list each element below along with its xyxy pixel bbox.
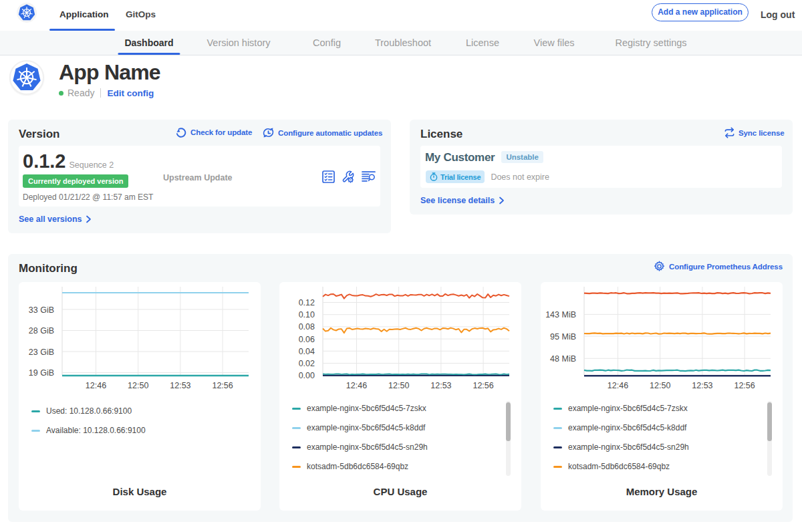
svg-text:12:46: 12:46 <box>608 381 628 390</box>
svg-text:12:50: 12:50 <box>388 381 409 390</box>
svg-text:12:56: 12:56 <box>734 381 755 390</box>
svg-text:12:53: 12:53 <box>170 381 190 390</box>
svg-text:95 MiB: 95 MiB <box>550 332 576 342</box>
svg-text:12:56: 12:56 <box>212 381 233 390</box>
svg-text:0.12: 0.12 <box>299 298 315 307</box>
svg-text:12:50: 12:50 <box>650 381 670 390</box>
svg-text:33 GiB: 33 GiB <box>29 305 54 315</box>
svg-text:23 GiB: 23 GiB <box>29 348 54 357</box>
svg-text:12:53: 12:53 <box>692 381 712 390</box>
svg-text:12:56: 12:56 <box>473 381 493 390</box>
svg-text:143 MiB: 143 MiB <box>545 310 576 319</box>
svg-text:12:46: 12:46 <box>346 381 367 390</box>
svg-text:12:50: 12:50 <box>128 381 148 390</box>
svg-text:28 GiB: 28 GiB <box>29 326 54 336</box>
svg-text:0.08: 0.08 <box>299 322 315 331</box>
svg-text:0.00: 0.00 <box>299 371 315 380</box>
svg-text:0.10: 0.10 <box>299 310 315 319</box>
svg-text:12:46: 12:46 <box>86 381 106 390</box>
svg-text:0.02: 0.02 <box>299 359 315 368</box>
svg-text:12:53: 12:53 <box>430 381 451 390</box>
svg-text:0.04: 0.04 <box>299 347 315 356</box>
svg-text:0.06: 0.06 <box>299 335 315 344</box>
svg-text:48 MiB: 48 MiB <box>550 354 576 364</box>
svg-text:19 GiB: 19 GiB <box>29 368 54 378</box>
